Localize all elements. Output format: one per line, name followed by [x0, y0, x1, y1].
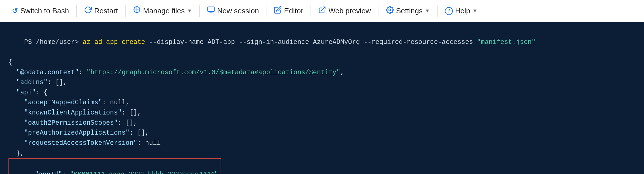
- settings-chevron: ▼: [425, 8, 430, 14]
- settings-icon: [386, 6, 394, 16]
- output-line-appid: "appId": "00001111-aaaa-2222-bbbb-3333cc…: [8, 158, 636, 174]
- web-preview-button[interactable]: Web preview: [312, 0, 377, 22]
- command-args: --display-name ADT-app --sign-in-audienc…: [145, 39, 477, 46]
- output-line-2: "addIns": [],: [8, 78, 636, 88]
- appid-highlighted: "appId": "00001111-aaaa-2222-bbbb-3333cc…: [8, 158, 221, 174]
- svg-point-6: [389, 9, 391, 11]
- command: az ad app create: [83, 39, 145, 46]
- output-line-3: "api": {: [8, 88, 636, 98]
- web-preview-label: Web preview: [328, 7, 371, 15]
- output-line-7: "preAuthorizedApplications": [],: [8, 128, 636, 138]
- settings-button[interactable]: Settings ▼: [380, 0, 436, 22]
- new-session-button[interactable]: New session: [201, 0, 265, 22]
- switch-bash-icon: ↺: [12, 7, 18, 15]
- prompt: PS /home/user>: [24, 39, 83, 46]
- restart-label: Restart: [94, 7, 118, 15]
- output-line-8: "requestedAccessTokenVersion": null: [8, 138, 636, 148]
- new-session-icon: [207, 6, 215, 16]
- output-line-1: "@odata.context": "https://graph.microso…: [8, 68, 636, 78]
- switch-bash-label: Switch to Bash: [20, 7, 69, 15]
- help-chevron: ▼: [472, 8, 477, 14]
- output-line-6: "oauth2PermissionScopes": [],: [8, 118, 636, 128]
- settings-label: Settings: [396, 7, 423, 15]
- output-line-0: {: [8, 58, 636, 68]
- help-label: Help: [455, 7, 470, 15]
- restart-icon: [84, 6, 92, 16]
- restart-button[interactable]: Restart: [78, 0, 124, 22]
- output-line-5: "knownClientApplications": [],: [8, 108, 636, 118]
- editor-label: Editor: [284, 7, 303, 15]
- terminal: PS /home/user> az ad app create --displa…: [0, 22, 644, 174]
- toolbar: ↺ Switch to Bash Restart Manage files ▼ …: [0, 0, 644, 22]
- command-file: "manifest.json": [477, 39, 535, 46]
- manage-files-label: Manage files: [143, 7, 185, 15]
- svg-rect-2: [208, 7, 214, 12]
- output-line-4: "acceptMappedClaims": null,: [8, 98, 636, 108]
- manage-files-chevron: ▼: [187, 8, 192, 14]
- manage-files-icon: [133, 6, 141, 16]
- help-icon: ?: [445, 7, 453, 15]
- separator-6: [378, 5, 378, 17]
- editor-icon: [274, 6, 282, 16]
- editor-button[interactable]: Editor: [268, 0, 309, 22]
- separator-4: [266, 5, 266, 17]
- new-session-label: New session: [217, 7, 259, 15]
- help-button[interactable]: ? Help ▼: [439, 0, 484, 22]
- separator-2: [125, 5, 126, 17]
- manage-files-button[interactable]: Manage files ▼: [127, 0, 198, 22]
- separator-7: [437, 5, 438, 17]
- appid-key: "appId": [35, 171, 62, 174]
- output-line-9: },: [8, 148, 636, 159]
- command-line: PS /home/user> az ad app create --displa…: [8, 27, 636, 58]
- separator-1: [76, 5, 77, 17]
- web-preview-icon: [318, 6, 326, 16]
- svg-line-5: [322, 7, 325, 11]
- switch-to-bash-button[interactable]: ↺ Switch to Bash: [6, 0, 75, 22]
- separator-3: [199, 5, 200, 17]
- separator-5: [311, 5, 311, 17]
- appid-value: "00001111-aaaa-2222-bbbb-3333cccc4444": [70, 171, 218, 174]
